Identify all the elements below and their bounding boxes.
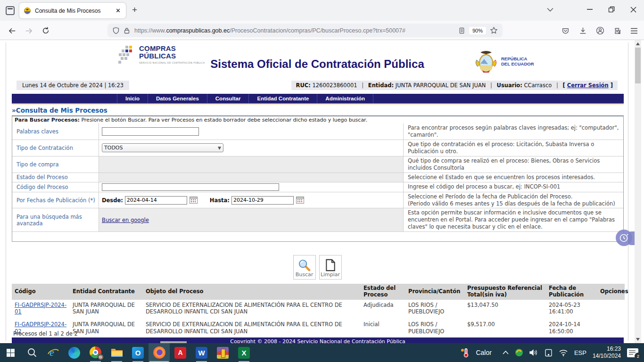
- page-left-edge: [6, 42, 6, 341]
- taskbar-clock[interactable]: 16:23 14/10/2024: [593, 346, 621, 360]
- weather-label[interactable]: Calor: [476, 349, 491, 356]
- nav-item-entidad-contratante[interactable]: Entidad Contratante: [249, 94, 317, 103]
- acrobat-icon: A: [174, 347, 186, 359]
- nav-item-datos-generales[interactable]: Datos Generales: [148, 94, 207, 103]
- taskbar-word-button[interactable]: W: [191, 343, 212, 362]
- nav-item-administracion[interactable]: Administración: [317, 94, 373, 103]
- cell-fecha: 2024-10-14 16:50:00: [546, 319, 597, 339]
- page-content: COMPRAS PÚBLICAS SERVICIO NACIONAL DE CO…: [0, 40, 635, 343]
- taskbar-firefox-button[interactable]: [149, 343, 170, 362]
- wifi-icon[interactable]: [559, 349, 568, 356]
- floating-clock-widget[interactable]: [616, 230, 635, 247]
- tab-close-icon[interactable]: ✕: [115, 7, 122, 14]
- antivirus-icon[interactable]: [515, 348, 523, 357]
- weather-thermometer-icon[interactable]: [460, 347, 470, 358]
- palabras-claves-input[interactable]: [102, 127, 199, 136]
- scrollbar-thumb[interactable]: [635, 48, 641, 83]
- taskbar-file-explorer-button[interactable]: [106, 343, 127, 362]
- downloads-icon[interactable]: [577, 25, 589, 37]
- bookmark-star-icon[interactable]: [490, 26, 498, 34]
- window-minimize-button[interactable]: [579, 0, 601, 19]
- col-codigo: Código: [12, 284, 70, 300]
- fecha-desde-input[interactable]: [125, 196, 187, 205]
- chrome-icon: G: [90, 346, 102, 359]
- tab-favicon-ecuador-icon: [24, 7, 31, 15]
- blank-page-icon: [325, 259, 336, 272]
- cell-provincia: LOS RIOS / PUEBLOVIEJO: [405, 319, 464, 339]
- extensions-puzzle-icon[interactable]: [611, 25, 623, 37]
- fecha-hasta-input[interactable]: [231, 196, 294, 205]
- taskbar-search-button[interactable]: [21, 343, 42, 362]
- cell-fecha: 2024-05-23 16:41:00: [546, 300, 597, 320]
- scroll-down-arrow-icon[interactable]: [636, 338, 640, 341]
- url-bar[interactable]: https://www.compraspublicas.gob.ec/Proce…: [107, 24, 503, 37]
- account-icon[interactable]: [594, 25, 606, 37]
- label-palabras-claves: Palabras claves: [12, 123, 99, 140]
- instructions-bar: Para Buscar Procesos: Presione el botón …: [12, 116, 624, 124]
- tab-list-chevron-icon[interactable]: [539, 0, 561, 19]
- help-codigo-proceso: Ingrese el código del proceso a buscar, …: [404, 182, 623, 192]
- reader-mode-icon[interactable]: [458, 27, 465, 34]
- label-fechas-publicacion: Por Fechas de Publicación (*): [12, 192, 99, 208]
- cell-entidad: JUNTA PARROQUIAL DE SAN JUAN: [70, 319, 143, 339]
- nav-item-consultar[interactable]: Consultar: [207, 94, 249, 103]
- col-objeto: Objeto del Proceso: [143, 284, 361, 300]
- calendar-hasta-icon[interactable]: [296, 197, 304, 204]
- help-busqueda-avanzada: Esta opción permite buscar información e…: [404, 208, 623, 231]
- logout-link[interactable]: Cerrar Sesión: [567, 82, 609, 89]
- process-code-link[interactable]: FI-GADPRSJP-2024-01: [15, 302, 66, 315]
- taskbar-outlook-button[interactable]: O: [127, 343, 149, 362]
- window-restore-button[interactable]: [601, 0, 622, 19]
- usuario-label: Usuario:: [497, 82, 522, 89]
- nav-item-inicio[interactable]: Inicio: [117, 94, 148, 103]
- reload-button[interactable]: [40, 25, 52, 37]
- window-close-button[interactable]: [622, 0, 644, 19]
- taskbar-acrobat-button[interactable]: A: [170, 343, 191, 362]
- help-fechas-line2: (Periodo válido 6 meses antes y 15 días …: [408, 200, 619, 207]
- ecuador-emblem: REPÚBLICA DEL ECUADOR: [474, 49, 534, 74]
- start-button[interactable]: [0, 343, 21, 362]
- taskbar-chrome-button[interactable]: G: [85, 343, 106, 362]
- taskbar-date: 14/10/2024: [593, 353, 621, 360]
- tab-title: Consulta de Mis Procesos: [35, 8, 115, 14]
- col-entidad: Entidad Contratante: [70, 284, 143, 300]
- col-opciones: Opciones: [597, 284, 625, 300]
- firefox-view-icon[interactable]: [6, 6, 15, 15]
- display-cast-icon[interactable]: [545, 349, 553, 357]
- forward-button[interactable]: [23, 25, 35, 37]
- session-info-box: RUC: 1260023860001 | Entidad: JUNTA PARR…: [291, 81, 618, 90]
- pocket-icon[interactable]: [559, 25, 571, 37]
- browser-tab[interactable]: Consulta de Mis Procesos ✕: [19, 3, 126, 18]
- help-tipo-compra: Qué tipo de compra se realizó en el proc…: [404, 156, 623, 173]
- volume-icon[interactable]: [529, 349, 538, 356]
- results-header-row: Código Entidad Contratante Objeto del Pr…: [12, 284, 625, 300]
- ruc-value: 1260023860001: [312, 82, 357, 89]
- label-tipo-contratacion: Tipo de Contratación: [12, 140, 99, 156]
- zoom-level-badge[interactable]: 90%: [469, 27, 486, 34]
- limpiar-button[interactable]: Limpiar: [319, 255, 342, 280]
- cell-provincia: LOS RIOS / PUEBLOVIEJO: [405, 300, 464, 320]
- taskbar-internet-explorer-button[interactable]: e: [42, 343, 64, 362]
- search-magnifier-icon: [298, 259, 311, 272]
- back-button[interactable]: [6, 25, 18, 37]
- menu-hamburger-icon[interactable]: [628, 25, 640, 37]
- taskbar-winrar-button[interactable]: [212, 343, 233, 362]
- scroll-up-arrow-icon[interactable]: [636, 42, 640, 45]
- language-indicator[interactable]: ESP: [574, 349, 586, 356]
- word-icon: W: [196, 347, 207, 359]
- action-center-button[interactable]: 2: [627, 348, 638, 357]
- taskbar-edge-button[interactable]: [64, 343, 85, 362]
- new-tab-button[interactable]: +: [132, 5, 137, 15]
- lock-icon[interactable]: [123, 27, 131, 34]
- calendar-desde-icon[interactable]: [190, 197, 198, 204]
- codigo-proceso-input[interactable]: [102, 183, 279, 191]
- tray-chevron-up-icon[interactable]: [503, 351, 509, 354]
- vertical-scrollbar[interactable]: [635, 40, 641, 343]
- buscar-en-google-link[interactable]: Buscar en google: [102, 217, 149, 223]
- shield-icon[interactable]: [112, 27, 120, 34]
- taskbar-excel-button[interactable]: X: [233, 343, 255, 362]
- buscar-button[interactable]: Buscar: [293, 255, 316, 280]
- col-presupuesto: Presupuesto Referencial Total(sin iva): [464, 284, 546, 300]
- tipo-contratacion-select[interactable]: TODOS ▼: [102, 143, 223, 152]
- cell-presupuesto: $13,047.50: [464, 300, 546, 320]
